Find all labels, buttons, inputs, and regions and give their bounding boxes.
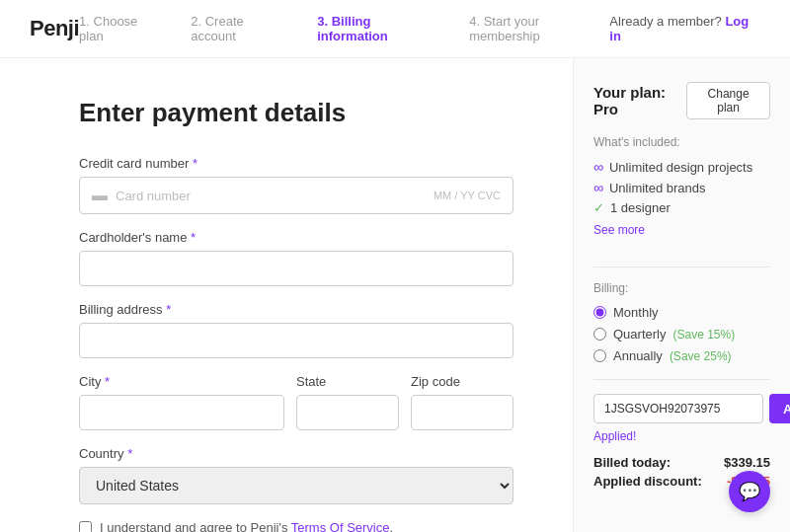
card-input-wrapper: ▬ MM / YY CVC — [79, 177, 514, 214]
state-input[interactable] — [296, 395, 399, 430]
city-state-zip-row: City * State Zip code — [79, 374, 514, 446]
billing-address-input[interactable] — [79, 323, 514, 358]
cardholder-label: Cardholder's name * — [79, 230, 514, 245]
card-number-input[interactable] — [116, 188, 434, 203]
infinity-icon: ∞ — [593, 159, 603, 175]
header: Penji 1. Choose plan 2. Create account 3… — [0, 0, 790, 58]
change-plan-button[interactable]: Change plan — [686, 82, 770, 119]
billing-quarterly[interactable]: Quarterly (Save 15%) — [593, 327, 770, 342]
logo: Penji — [30, 16, 79, 41]
billed-today-row: Billed today: $339.15 — [593, 455, 770, 470]
steps-nav: 1. Choose plan 2. Create account 3. Bill… — [79, 14, 609, 43]
chat-button[interactable]: 💬 — [729, 471, 770, 512]
divider — [593, 266, 770, 267]
logo-text: Penji — [30, 16, 79, 40]
divider-2 — [593, 379, 770, 380]
billing-address-group: Billing address * — [79, 302, 514, 358]
header-right: Already a member? Log in — [609, 14, 760, 43]
credit-card-label: Credit card number * — [79, 156, 514, 171]
main-layout: Enter payment details Credit card number… — [0, 58, 790, 532]
plan-name: Pro — [593, 101, 618, 117]
billing-label: Billing: — [593, 281, 770, 295]
state-label: State — [296, 374, 399, 389]
billing-monthly[interactable]: Monthly — [593, 305, 770, 320]
billing-radio-group: Monthly Quarterly (Save 15%) Annually (S… — [593, 305, 770, 363]
billing-annually[interactable]: Annually (Save 25%) — [593, 348, 770, 363]
state-group: State — [296, 374, 399, 430]
right-panel: Your plan: Pro Change plan What's includ… — [573, 58, 790, 532]
apply-button[interactable]: Apply — [769, 394, 790, 423]
zip-input[interactable] — [411, 395, 514, 430]
zip-group: Zip code — [411, 374, 514, 430]
applied-discount-label: Applied discount: — [593, 474, 702, 489]
country-label: Country * — [79, 446, 514, 461]
coupon-row: Apply — [593, 394, 770, 423]
list-item: ✓ 1 designer — [593, 200, 770, 215]
whats-included-label: What's included: — [593, 135, 770, 149]
cardholder-input[interactable] — [79, 251, 514, 286]
city-group: City * — [79, 374, 284, 430]
see-more-link[interactable]: See more — [593, 223, 645, 237]
step-2: 2. Create account — [191, 14, 289, 43]
billing-monthly-radio[interactable] — [593, 306, 606, 319]
plan-header: Your plan: Pro Change plan — [593, 82, 770, 119]
list-item: ∞ Unlimited design projects — [593, 159, 770, 175]
billed-today-label: Billed today: — [593, 455, 671, 470]
left-panel: Enter payment details Credit card number… — [0, 58, 573, 532]
billing-annually-radio[interactable] — [593, 349, 606, 362]
billing-address-label: Billing address * — [79, 302, 514, 317]
tos-row: I understand and agree to Penji's Terms … — [79, 520, 514, 532]
already-member-text: Already a member? — [609, 14, 721, 29]
billed-today-value: $339.15 — [724, 455, 770, 470]
chat-icon: 💬 — [739, 481, 760, 502]
card-icon: ▬ — [92, 187, 108, 204]
tos-link[interactable]: Terms Of Service — [291, 520, 390, 532]
features-list: ∞ Unlimited design projects ∞ Unlimited … — [593, 159, 770, 215]
step-3: 3. Billing information — [317, 14, 441, 43]
list-item: ∞ Unlimited brands — [593, 180, 770, 195]
billing-quarterly-radio[interactable] — [593, 328, 606, 341]
page-title: Enter payment details — [79, 98, 514, 128]
applied-message: Applied! — [593, 429, 770, 443]
credit-card-group: Credit card number * ▬ MM / YY CVC — [79, 156, 514, 214]
tos-checkbox[interactable] — [79, 521, 92, 532]
country-group: Country * United States Canada United Ki… — [79, 446, 514, 504]
city-input[interactable] — [79, 395, 284, 430]
step-4: 4. Start your membership — [469, 14, 609, 43]
cardholder-group: Cardholder's name * — [79, 230, 514, 286]
zip-label: Zip code — [411, 374, 514, 389]
coupon-input[interactable] — [593, 394, 763, 423]
city-label: City * — [79, 374, 284, 389]
country-select[interactable]: United States Canada United Kingdom Aust… — [79, 467, 514, 504]
infinity-icon: ∞ — [593, 180, 603, 195]
card-extras: MM / YY CVC — [434, 190, 501, 201]
check-icon: ✓ — [593, 200, 604, 215]
step-1: 1. Choose plan — [79, 14, 163, 43]
plan-title: Your plan: Pro — [593, 84, 686, 117]
tos-text: I understand and agree to Penji's Terms … — [100, 520, 393, 532]
quarterly-save-badge: (Save 15%) — [672, 328, 735, 342]
annually-save-badge: (Save 25%) — [670, 349, 732, 363]
